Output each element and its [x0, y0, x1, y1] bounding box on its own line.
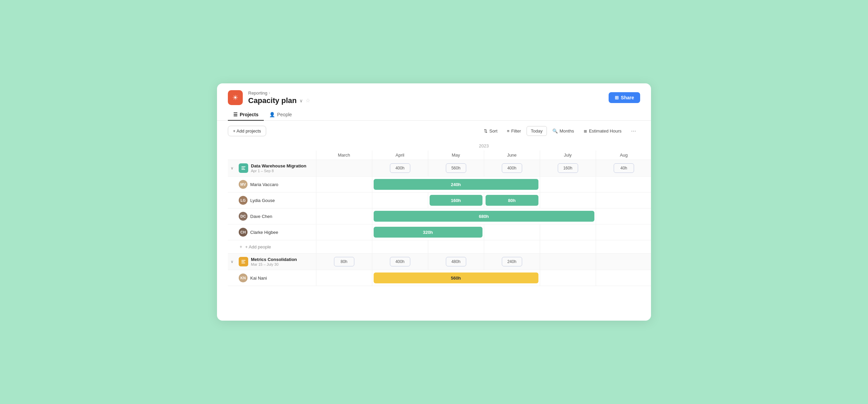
- project-2-aug-hours: [596, 254, 651, 270]
- clarke-label-cell: CH Clarke Higbee: [228, 224, 316, 240]
- project-1-dates: Apr 1 – Sep 8: [251, 169, 306, 173]
- kai-avatar: KN: [239, 274, 248, 282]
- more-options-button[interactable]: ···: [627, 125, 640, 137]
- tab-people-label: People: [277, 112, 292, 117]
- month-april: April: [372, 150, 428, 160]
- months-button[interactable]: 🔍 Months: [548, 126, 578, 136]
- month-header-row: March April May June July Aug: [228, 150, 651, 160]
- today-button[interactable]: Today: [527, 126, 547, 136]
- maria-bar-cell: 240h: [372, 177, 540, 193]
- add-projects-button[interactable]: + Add projects: [228, 126, 266, 136]
- lydia-march: [316, 193, 372, 208]
- project-2-june-hours: 240h: [484, 254, 540, 270]
- people-tab-icon: 👤: [269, 112, 275, 117]
- svg-rect-1: [241, 168, 244, 168]
- collapse-project-2-button[interactable]: ∨: [231, 259, 236, 264]
- add-projects-label: + Add projects: [233, 128, 261, 134]
- project-2-info: Metrics Consolidation Mar 15 – July 30: [251, 257, 297, 266]
- star-icon[interactable]: ☆: [305, 97, 310, 104]
- dave-avatar: DC: [239, 212, 248, 221]
- svg-rect-0: [241, 166, 245, 167]
- project-1-name: Data Warehouse Migration: [251, 163, 306, 168]
- clarke-name: Clarke Higbee: [250, 230, 278, 235]
- tab-projects[interactable]: ☰ Projects: [228, 109, 264, 121]
- main-card: ☀ Reporting › Capacity plan ∨ ☆ ⊞ Share …: [217, 83, 651, 321]
- maria-avatar: MV: [239, 180, 248, 189]
- person-row-lydia: LG Lydia Gouse 160h 80h: [228, 193, 651, 208]
- dave-bar: 680h: [374, 211, 594, 222]
- maria-july: [540, 177, 596, 193]
- clarke-bar-cell: 320h: [372, 224, 484, 240]
- clarke-june: [484, 224, 540, 240]
- tab-people[interactable]: 👤 People: [264, 109, 297, 121]
- kai-aug: [596, 270, 651, 286]
- clarke-march: [316, 224, 372, 240]
- project-2-april-hours: 400h: [372, 254, 428, 270]
- person-row-dave: DC Dave Chen 680h: [228, 208, 651, 224]
- svg-rect-5: [241, 263, 245, 263]
- project-2-may-hours: 480h: [428, 254, 484, 270]
- project-1-march-hours: [316, 160, 372, 177]
- kai-bar-cell: 560h: [372, 270, 540, 286]
- project-1-label-cell: ∨ Data Warehouse Migration Apr 1 – Sep 8: [228, 160, 316, 177]
- maria-aug: [596, 177, 651, 193]
- lydia-april: [372, 193, 428, 208]
- clarke-bar: 320h: [374, 227, 482, 238]
- filter-button[interactable]: ≡ Filter: [503, 126, 525, 136]
- person-row-kai: KN Kai Nani 560h: [228, 270, 651, 286]
- project-2-label: ∨ Metrics Consolidation Mar 15 – July 30: [231, 257, 313, 266]
- project-1-july-hours: 160h: [540, 160, 596, 177]
- project-2-march-hours: 80h: [316, 254, 372, 270]
- add-people-1-cell: ＋ + Add people: [228, 240, 316, 254]
- collapse-project-1-button[interactable]: ∨: [231, 166, 236, 170]
- dave-label-cell: DC Dave Chen: [228, 208, 316, 224]
- lydia-hours-1: 160h: [451, 198, 461, 203]
- app-icon: ☀: [228, 90, 243, 105]
- project-2-dates: Mar 15 – July 30: [251, 262, 297, 266]
- page-title: Capacity plan: [248, 96, 297, 105]
- filter-label: Filter: [511, 128, 521, 134]
- filter-icon: ≡: [507, 128, 510, 134]
- sort-button[interactable]: ⇅ Sort: [480, 126, 501, 136]
- maria-label-cell: MV Maria Vaccaro: [228, 177, 316, 193]
- share-button[interactable]: ⊞ Share: [609, 92, 640, 103]
- add-people-1-text: + Add people: [245, 244, 271, 249]
- dave-march: [316, 208, 372, 224]
- tabs: ☰ Projects 👤 People: [217, 105, 651, 121]
- estimated-hours-button[interactable]: ≣ Estimated Hours: [579, 126, 626, 136]
- project-2-july-hours: [540, 254, 596, 270]
- gantt-container: 2023 March April May June July Aug ∨: [217, 141, 651, 286]
- kai-label-cell: KN Kai Nani: [228, 270, 316, 286]
- add-people-row-1: ＋ + Add people: [228, 240, 651, 254]
- months-label: Months: [559, 128, 574, 134]
- clarke-hours: 320h: [423, 230, 433, 235]
- kai-july: [540, 270, 596, 286]
- maria-bar: 240h: [374, 179, 538, 190]
- month-march: March: [316, 150, 372, 160]
- today-label: Today: [531, 128, 543, 134]
- clarke-label: CH Clarke Higbee: [231, 228, 313, 237]
- months-icon: 🔍: [552, 128, 558, 134]
- clarke-avatar: CH: [239, 228, 248, 237]
- breadcrumb-arrow: ›: [269, 90, 270, 95]
- svg-rect-4: [241, 261, 244, 262]
- maria-label: MV Maria Vaccaro: [231, 180, 313, 189]
- lydia-label: LG Lydia Gouse: [231, 196, 313, 205]
- kai-bar: 560h: [374, 272, 538, 283]
- estimated-hours-label: Estimated Hours: [589, 128, 622, 134]
- svg-rect-2: [241, 169, 245, 170]
- lydia-hours-2: 80h: [508, 198, 515, 203]
- project-row-1: ∨ Data Warehouse Migration Apr 1 – Sep 8: [228, 160, 651, 177]
- breadcrumb-text: Reporting: [248, 90, 267, 96]
- lydia-bar-2: 80h: [486, 195, 538, 206]
- project-row-2: ∨ Metrics Consolidation Mar 15 – July 30: [228, 254, 651, 270]
- project-1-info: Data Warehouse Migration Apr 1 – Sep 8: [251, 163, 306, 173]
- title-chevron-icon[interactable]: ∨: [299, 98, 303, 103]
- project-1-label: ∨ Data Warehouse Migration Apr 1 – Sep 8: [231, 163, 313, 173]
- dave-name: Dave Chen: [250, 214, 272, 219]
- page-title-row: Capacity plan ∨ ☆: [248, 96, 310, 105]
- month-june: June: [484, 150, 540, 160]
- add-people-1-label[interactable]: ＋ + Add people: [231, 244, 313, 250]
- add-people-1-icon: ＋: [239, 244, 243, 250]
- dave-bar-cell: 680h: [372, 208, 596, 224]
